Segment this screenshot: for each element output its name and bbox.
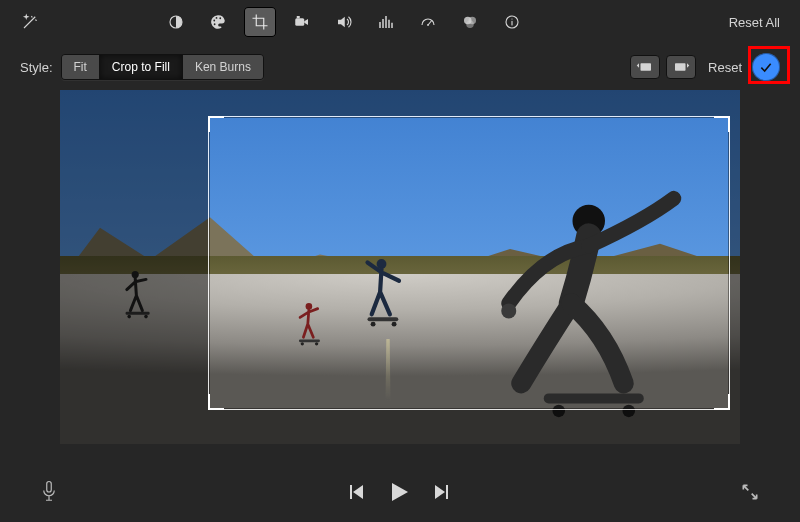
svg-rect-6 xyxy=(297,16,300,18)
svg-point-3 xyxy=(219,17,221,19)
video-preview[interactable] xyxy=(60,90,740,444)
reset-button[interactable]: Reset xyxy=(708,60,742,75)
equalizer-icon[interactable] xyxy=(370,7,402,37)
svg-point-1 xyxy=(213,20,215,22)
svg-rect-5 xyxy=(295,18,304,26)
speed-icon[interactable] xyxy=(412,7,444,37)
color-balance-icon[interactable] xyxy=(454,7,486,37)
style-label: Style: xyxy=(20,60,53,75)
crop-handle-bl[interactable] xyxy=(208,394,224,410)
crop-handle-tl[interactable] xyxy=(208,116,224,132)
svg-rect-38 xyxy=(446,485,448,499)
contrast-icon[interactable] xyxy=(160,7,192,37)
fullscreen-button[interactable] xyxy=(740,482,760,505)
play-controls xyxy=(349,480,449,507)
info-icon[interactable] xyxy=(496,7,528,37)
reset-all-button[interactable]: Reset All xyxy=(723,11,786,34)
crop-dim xyxy=(208,90,730,116)
apply-button[interactable] xyxy=(752,53,780,81)
next-button[interactable] xyxy=(433,484,449,503)
color-palette-icon[interactable] xyxy=(202,7,234,37)
svg-point-15 xyxy=(466,21,474,29)
crop-dim xyxy=(208,410,730,444)
crop-handle-tr[interactable] xyxy=(714,116,730,132)
crop-handle-br[interactable] xyxy=(714,394,730,410)
seg-crop-to-fill[interactable]: Crop to Fill xyxy=(100,55,183,79)
style-row: Style: Fit Crop to Fill Ken Burns Reset xyxy=(0,50,800,84)
svg-point-4 xyxy=(214,23,216,25)
play-button[interactable] xyxy=(387,480,411,507)
crop-dim xyxy=(60,90,208,444)
seg-fit[interactable]: Fit xyxy=(62,55,100,79)
svg-rect-7 xyxy=(379,22,381,28)
microphone-button[interactable] xyxy=(40,480,58,507)
apply-check-icon xyxy=(758,59,774,75)
seg-ken-burns[interactable]: Ken Burns xyxy=(183,55,263,79)
svg-rect-9 xyxy=(385,16,387,28)
svg-rect-37 xyxy=(350,485,352,499)
volume-icon[interactable] xyxy=(328,7,360,37)
crop-rectangle[interactable] xyxy=(208,116,730,410)
rotate-cw-button[interactable] xyxy=(666,55,696,79)
crop-dim xyxy=(730,90,740,444)
rotate-ccw-button[interactable] xyxy=(630,55,660,79)
top-toolbar: Reset All xyxy=(0,4,800,40)
svg-point-2 xyxy=(216,17,218,19)
svg-rect-10 xyxy=(388,20,390,28)
style-segmented-control: Fit Crop to Fill Ken Burns xyxy=(61,54,264,80)
svg-rect-36 xyxy=(47,481,52,492)
camera-icon[interactable] xyxy=(286,7,318,37)
svg-rect-18 xyxy=(675,63,686,71)
crop-icon[interactable] xyxy=(244,7,276,37)
playback-bar xyxy=(0,464,800,522)
svg-rect-11 xyxy=(391,23,393,28)
svg-rect-17 xyxy=(641,63,652,71)
magic-wand-icon[interactable] xyxy=(14,7,46,37)
svg-rect-8 xyxy=(382,19,384,28)
prev-button[interactable] xyxy=(349,484,365,503)
